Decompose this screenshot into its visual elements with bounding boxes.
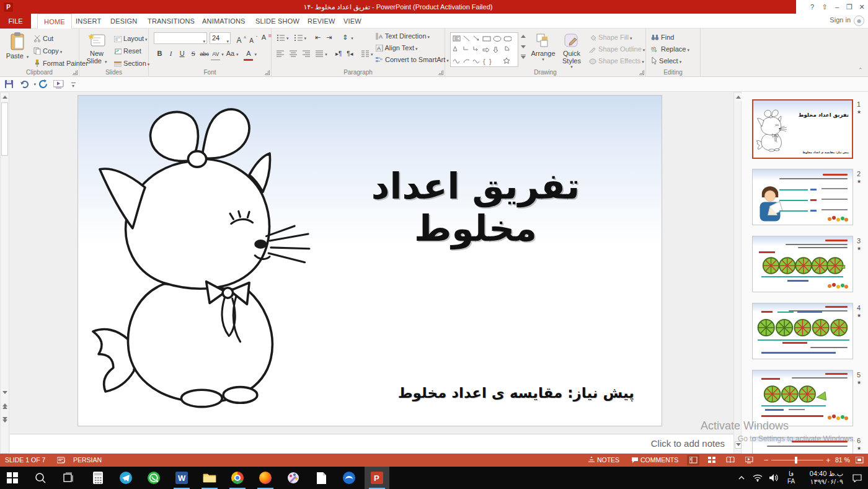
telegram-app-icon[interactable] xyxy=(113,467,138,489)
paint-app-icon[interactable] xyxy=(281,467,306,489)
change-case-button[interactable]: Aa xyxy=(226,48,235,59)
tab-insert[interactable]: INSERT xyxy=(69,14,107,29)
help-button[interactable]: ? xyxy=(806,0,818,14)
slide-canvas[interactable]: تفریق اعداد مخلوط پیش نیاز: مقایسه ی اعد… xyxy=(78,95,662,426)
drawing-dialog-launcher[interactable] xyxy=(639,70,644,75)
clear-formatting-button[interactable]: A xyxy=(259,32,272,43)
convert-smartart-button[interactable]: Convert to SmartArt▾ xyxy=(376,55,449,65)
calculator-app-icon[interactable] xyxy=(86,467,110,489)
start-from-beginning-button[interactable] xyxy=(52,79,64,90)
align-left-icon[interactable] xyxy=(277,50,285,57)
columns-icon[interactable] xyxy=(361,50,370,57)
volume-icon[interactable] xyxy=(766,467,781,489)
zoom-slider[interactable] xyxy=(771,460,823,460)
shape-effects-button[interactable]: Shape Effects▾ xyxy=(589,56,644,66)
normal-view-button[interactable] xyxy=(687,455,699,465)
font-color-button[interactable]: A xyxy=(244,48,253,61)
scroll-down-arrow[interactable] xyxy=(1,389,8,397)
customize-qat-button[interactable]: ▾ xyxy=(67,79,79,90)
grow-font-button[interactable]: A˄ xyxy=(234,32,246,43)
account-avatar-icon[interactable]: ☻ xyxy=(854,16,864,26)
reset-button[interactable]: Reset xyxy=(114,46,141,56)
search-button[interactable] xyxy=(28,467,53,489)
left-to-right-button[interactable]: ▸¶ xyxy=(334,48,343,59)
slide-title-text[interactable]: تفریق اعداد مخلوط xyxy=(308,165,643,249)
thumbnail-scrollbar[interactable] xyxy=(733,92,742,454)
whatsapp-app-icon[interactable] xyxy=(141,467,166,489)
comments-toggle[interactable]: COMMENTS xyxy=(631,454,678,467)
firefox-app-icon[interactable] xyxy=(253,467,278,489)
slide-counter[interactable]: SLIDE 1 OF 7 xyxy=(5,454,45,467)
shrink-font-button[interactable]: Aˇ xyxy=(247,32,257,43)
slide-sorter-view-button[interactable] xyxy=(706,455,718,465)
justify-icon[interactable] xyxy=(316,50,324,57)
font-dialog-launcher[interactable] xyxy=(265,70,270,75)
fit-slide-button[interactable] xyxy=(853,455,866,465)
right-to-left-button[interactable]: ¶◂ xyxy=(345,48,355,59)
notes-toggle[interactable]: NOTES xyxy=(588,454,619,467)
replace-button[interactable]: ab Replace▾ xyxy=(651,44,689,55)
tab-animations[interactable]: ANIMATIONS xyxy=(196,14,252,29)
editor-vertical-scrollbar[interactable] xyxy=(0,92,9,454)
tray-chevron-icon[interactable] xyxy=(734,467,749,489)
thumbnail-scroll-up[interactable] xyxy=(735,94,742,101)
zoom-slider-thumb[interactable] xyxy=(795,457,797,464)
font-size-combobox[interactable]: 24▾ xyxy=(210,32,231,44)
align-text-button[interactable]: A Align Text▾ xyxy=(376,43,417,53)
slide-show-view-button[interactable] xyxy=(743,455,755,465)
select-button[interactable]: Select▾ xyxy=(651,56,681,66)
tab-home[interactable]: HOME xyxy=(37,14,72,29)
shape-outline-button[interactable]: Shape Outline▾ xyxy=(589,44,645,55)
chrome-app-icon[interactable] xyxy=(225,467,250,489)
tab-file[interactable]: FILE xyxy=(0,14,31,29)
zoom-in-button[interactable]: + xyxy=(826,454,831,467)
shapes-gallery-scroll[interactable] xyxy=(520,32,527,67)
thumbnail-slide-4[interactable] xyxy=(752,303,853,359)
previous-slide-button[interactable] xyxy=(1,403,8,410)
subscript-strike-button[interactable]: abc xyxy=(200,49,209,60)
tab-design[interactable]: DESIGN xyxy=(104,14,143,29)
increase-indent-button[interactable]: ⇥ xyxy=(324,32,334,43)
align-right-icon[interactable] xyxy=(303,50,311,57)
language-switcher[interactable]: فا FA xyxy=(782,467,800,489)
next-slide-button[interactable] xyxy=(1,416,8,424)
language-indicator[interactable]: PERSIAN xyxy=(73,454,102,467)
find-button[interactable]: Find xyxy=(651,32,674,43)
save-button[interactable] xyxy=(2,79,15,90)
close-button[interactable]: ✕ xyxy=(856,0,868,14)
align-center-icon[interactable] xyxy=(290,50,298,57)
strikethrough-button[interactable]: S xyxy=(188,48,198,59)
start-button[interactable] xyxy=(0,467,25,489)
quick-styles-button[interactable]: Quick Styles ▾ xyxy=(558,31,585,67)
vpn-app-icon[interactable] xyxy=(337,467,361,489)
restore-button[interactable]: ❐ xyxy=(843,0,856,14)
slide-subtitle-text[interactable]: پیش نیاز: مقایسه ی اعداد مخلوط xyxy=(398,385,634,401)
text-direction-button[interactable]: A Text Direction▾ xyxy=(376,31,430,42)
collapse-ribbon-button[interactable]: ⌃ xyxy=(858,67,863,73)
sign-in-link[interactable]: Sign in xyxy=(830,16,851,24)
thumbnail-slide-3[interactable] xyxy=(752,236,853,292)
thumbnail-slide-5[interactable] xyxy=(752,370,853,426)
word-app-icon[interactable]: W xyxy=(169,467,194,489)
bold-button[interactable]: B xyxy=(155,48,164,59)
scrollbar-thumb[interactable] xyxy=(1,102,8,156)
zoom-percentage[interactable]: 81 % xyxy=(835,454,850,467)
powerpoint-taskbar-icon[interactable]: P xyxy=(365,467,389,489)
zoom-out-button[interactable]: − xyxy=(764,454,769,467)
paste-button[interactable]: Paste ▾ xyxy=(2,31,32,67)
cut-button[interactable]: Cut xyxy=(33,34,53,44)
copy-button[interactable]: Copy▾ xyxy=(33,46,62,56)
scroll-up-arrow[interactable] xyxy=(1,94,8,101)
spell-check-icon[interactable] xyxy=(57,454,66,467)
layout-button[interactable]: Layout▾ xyxy=(114,34,148,44)
character-spacing-button[interactable]: AV xyxy=(211,49,220,60)
redo-button[interactable] xyxy=(37,79,50,90)
ribbon-display-options-button[interactable]: ⇧ xyxy=(818,0,831,14)
underline-button[interactable]: U xyxy=(177,48,187,59)
minimize-button[interactable]: – xyxy=(831,0,843,14)
task-view-button[interactable] xyxy=(56,467,81,489)
font-name-combobox[interactable]: ▾ xyxy=(154,32,207,44)
tab-view[interactable]: VIEW xyxy=(337,14,368,29)
action-center-icon[interactable] xyxy=(848,467,866,489)
undo-button[interactable]: ▾ xyxy=(19,79,36,90)
